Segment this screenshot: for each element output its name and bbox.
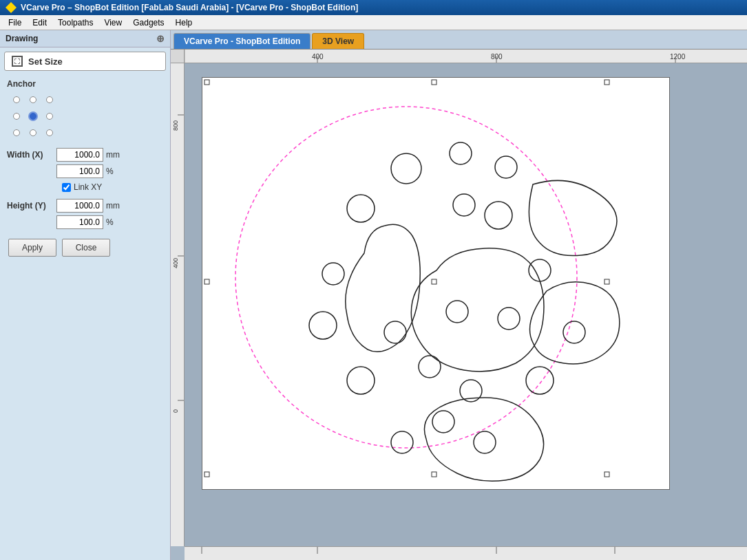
close-button[interactable]: Close — [62, 239, 110, 257]
handle-ml — [204, 279, 209, 284]
design-svg — [202, 78, 671, 491]
width-input[interactable] — [56, 148, 103, 162]
ruler-left-svg: 800 400 0 — [171, 63, 185, 545]
handle-tr — [604, 80, 609, 85]
height-pct-input[interactable] — [56, 215, 103, 229]
svg-text:800: 800 — [491, 53, 503, 61]
small-circle-1 — [391, 153, 421, 184]
ruler-top-svg: 400 800 1200 — [185, 50, 747, 63]
anchor-tr[interactable] — [43, 93, 56, 107]
anchor-ml[interactable] — [10, 109, 23, 123]
svg-text:400: 400 — [172, 258, 179, 268]
height-pct-unit: % — [106, 217, 114, 227]
tab-3d-view[interactable]: 3D View — [312, 33, 364, 49]
height-row: Height (Y) mm — [4, 199, 166, 213]
height-label: Height (Y) — [7, 201, 56, 211]
ruler-left: 800 400 0 — [171, 63, 185, 546]
handle-mr — [604, 279, 609, 284]
menubar: File Edit Toolpaths View Gadgets Help — [0, 15, 747, 30]
apply-button[interactable]: Apply — [8, 239, 56, 257]
blob-left — [346, 224, 420, 352]
width-label: Width (X) — [7, 150, 56, 160]
handle-mc — [432, 279, 436, 284]
left-panel: Drawing ⊕ Set Size Anchor — [0, 30, 171, 560]
small-circle-15 — [485, 202, 512, 229]
small-circle-12 — [498, 308, 520, 330]
height-pct-row: % — [4, 215, 166, 229]
svg-text:0: 0 — [172, 409, 179, 413]
small-circle-2 — [450, 142, 472, 164]
anchor-mr[interactable] — [43, 109, 56, 123]
small-circle-5 — [322, 263, 344, 285]
link-xy-label: Link XY — [74, 182, 102, 192]
width-row: Width (X) mm — [4, 148, 166, 162]
oval-center — [411, 248, 544, 371]
anchor-tl[interactable] — [10, 93, 23, 107]
small-circle-7 — [347, 367, 375, 394]
small-circle-3 — [495, 156, 517, 178]
button-row: Apply Close — [4, 233, 166, 262]
tab-bar: VCarve Pro - ShopBot Edition 3D View — [171, 30, 747, 50]
menu-help[interactable]: Help — [170, 17, 198, 29]
small-circle-19 — [526, 367, 554, 394]
small-circle-8 — [384, 321, 406, 343]
menu-file[interactable]: File — [3, 17, 27, 29]
handle-br — [604, 472, 609, 477]
svg-text:400: 400 — [312, 53, 324, 61]
width-unit: mm — [106, 150, 120, 160]
anchor-tc[interactable] — [26, 93, 40, 107]
menu-toolpaths[interactable]: Toolpaths — [52, 17, 98, 29]
small-circle-4 — [347, 195, 375, 222]
small-circle-20 — [563, 321, 585, 343]
set-size-icon — [12, 56, 23, 67]
app-icon — [6, 2, 17, 13]
selection-circle — [235, 107, 577, 448]
anchor-bc[interactable] — [26, 126, 40, 140]
svg-text:800: 800 — [172, 120, 179, 131]
link-xy-checkbox[interactable] — [62, 183, 71, 192]
menu-gadgets[interactable]: Gadgets — [127, 17, 169, 29]
link-xy-row: Link XY — [4, 182, 166, 192]
main-layout: Drawing ⊕ Set Size Anchor — [0, 30, 747, 560]
small-circle-10 — [446, 301, 468, 323]
width-pct-input[interactable] — [56, 164, 103, 178]
handle-tc — [432, 80, 436, 85]
height-input[interactable] — [56, 199, 103, 213]
small-circle-14 — [453, 194, 475, 216]
set-size-header: Set Size — [4, 52, 166, 71]
canvas-area: 400 800 1200 800 400 0 — [171, 50, 747, 560]
width-pct-row: % — [4, 164, 166, 178]
tab-main[interactable]: VCarve Pro - ShopBot Edition — [173, 33, 311, 49]
anchor-bl[interactable] — [10, 126, 23, 140]
white-canvas — [202, 77, 670, 490]
ruler-bottom — [185, 546, 747, 560]
ruler-bottom-svg — [185, 547, 747, 560]
menu-view[interactable]: View — [98, 17, 127, 29]
set-size-panel: Set Size Anchor Width ( — [0, 47, 170, 266]
svg-text:1200: 1200 — [670, 53, 686, 61]
anchor-section: Anchor — [4, 79, 166, 140]
width-pct-unit: % — [106, 166, 114, 176]
menu-edit[interactable]: Edit — [27, 17, 52, 29]
small-circle-18 — [391, 431, 413, 453]
handle-bl — [204, 472, 209, 477]
set-size-label: Set Size — [28, 56, 63, 67]
anchor-label: Anchor — [7, 79, 163, 89]
handle-tl — [204, 80, 209, 85]
right-area: VCarve Pro - ShopBot Edition 3D View 400… — [171, 30, 747, 560]
ruler-corner — [171, 50, 185, 63]
titlebar-text: VCarve Pro – ShopBot Edition [FabLab Sau… — [21, 3, 358, 12]
titlebar: VCarve Pro – ShopBot Edition [FabLab Sau… — [0, 0, 747, 15]
small-circle-9 — [419, 356, 441, 378]
anchor-br[interactable] — [43, 126, 56, 140]
pin-icon[interactable]: ⊕ — [156, 33, 165, 44]
ruler-top: 400 800 1200 — [185, 50, 747, 63]
small-circle-16 — [432, 411, 454, 433]
anchor-mc[interactable] — [26, 109, 40, 123]
height-unit: mm — [106, 201, 120, 211]
small-circle-13 — [529, 259, 551, 281]
handle-bc — [432, 472, 436, 477]
small-circle-17 — [474, 431, 496, 453]
anchor-grid — [10, 93, 163, 140]
drawing-canvas[interactable] — [185, 63, 747, 546]
